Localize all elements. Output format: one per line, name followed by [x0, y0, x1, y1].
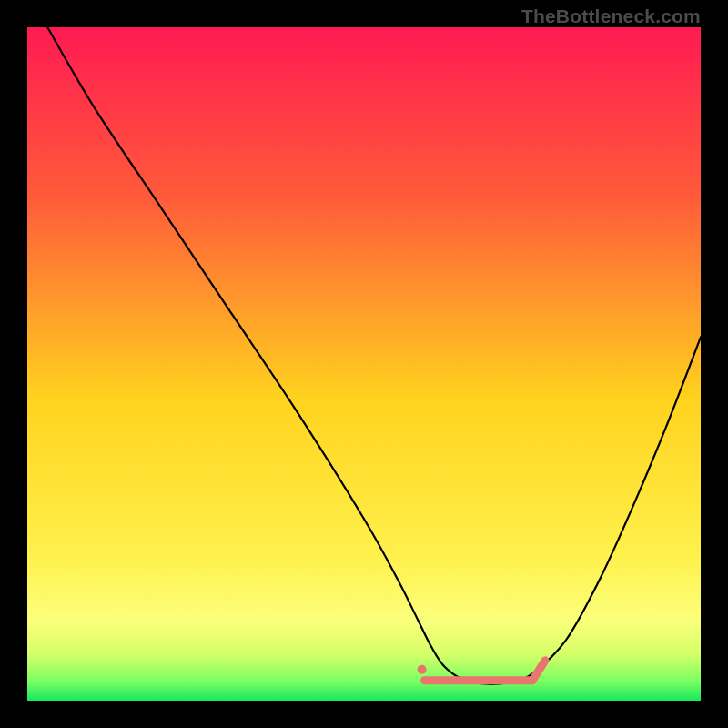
optimal-start-dot: [418, 665, 427, 674]
chart-plot-area: [27, 27, 701, 701]
bottleneck-chart: [27, 27, 701, 701]
chart-background: [27, 27, 701, 701]
watermark-text: TheBottleneck.com: [521, 5, 701, 27]
